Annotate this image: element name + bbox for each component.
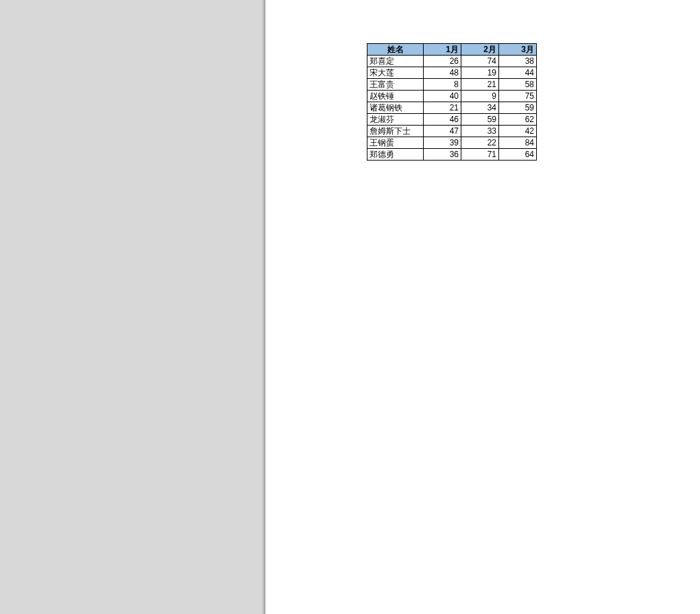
cell-month-2: 22 [461, 137, 499, 149]
table-row: 詹姆斯下士473342 [367, 126, 537, 137]
header-month-1: 1月 [424, 44, 461, 56]
cell-month-3: 75 [499, 91, 537, 102]
cell-month-3: 44 [499, 67, 537, 79]
table-row: 龙淑芬465962 [367, 114, 537, 126]
cell-month-2: 21 [461, 79, 499, 91]
cell-month-3: 84 [499, 137, 537, 149]
table-row: 诸葛钢铁213459 [367, 102, 537, 114]
table-header-row: 姓名 1月 2月 3月 [367, 44, 537, 56]
data-table: 姓名 1月 2月 3月 郑喜定267438宋大莲481944王富贵82158赵铁… [367, 43, 537, 161]
cell-name: 王钢蛋 [367, 137, 424, 149]
document-page: 姓名 1月 2月 3月 郑喜定267438宋大莲481944王富贵82158赵铁… [265, 0, 700, 614]
cell-month-2: 19 [461, 67, 499, 79]
table-row: 宋大莲481944 [367, 67, 537, 79]
table-row: 王富贵82158 [367, 79, 537, 91]
cell-month-1: 36 [424, 149, 461, 161]
cell-month-1: 26 [424, 56, 461, 67]
cell-month-1: 21 [424, 102, 461, 114]
cell-month-3: 64 [499, 149, 537, 161]
cell-name: 郑德勇 [367, 149, 424, 161]
cell-name: 赵铁锤 [367, 91, 424, 102]
cell-name: 王富贵 [367, 79, 424, 91]
data-table-container: 姓名 1月 2月 3月 郑喜定267438宋大莲481944王富贵82158赵铁… [367, 43, 537, 161]
header-month-3: 3月 [499, 44, 537, 56]
cell-month-2: 9 [461, 91, 499, 102]
cell-name: 郑喜定 [367, 56, 424, 67]
cell-month-3: 42 [499, 126, 537, 137]
cell-month-3: 58 [499, 79, 537, 91]
table-row: 赵铁锤40975 [367, 91, 537, 102]
cell-name: 詹姆斯下士 [367, 126, 424, 137]
cell-month-2: 71 [461, 149, 499, 161]
cell-month-1: 40 [424, 91, 461, 102]
cell-month-1: 8 [424, 79, 461, 91]
cell-month-2: 74 [461, 56, 499, 67]
cell-month-1: 47 [424, 126, 461, 137]
cell-month-1: 46 [424, 114, 461, 126]
header-name: 姓名 [367, 44, 424, 56]
cell-month-2: 33 [461, 126, 499, 137]
cell-month-1: 48 [424, 67, 461, 79]
cell-month-2: 34 [461, 102, 499, 114]
cell-name: 龙淑芬 [367, 114, 424, 126]
cell-name: 诸葛钢铁 [367, 102, 424, 114]
table-row: 郑德勇367164 [367, 149, 537, 161]
table-row: 郑喜定267438 [367, 56, 537, 67]
cell-month-3: 59 [499, 102, 537, 114]
cell-name: 宋大莲 [367, 67, 424, 79]
table-row: 王钢蛋392284 [367, 137, 537, 149]
cell-month-3: 38 [499, 56, 537, 67]
cell-month-2: 59 [461, 114, 499, 126]
cell-month-1: 39 [424, 137, 461, 149]
header-month-2: 2月 [461, 44, 499, 56]
cell-month-3: 62 [499, 114, 537, 126]
